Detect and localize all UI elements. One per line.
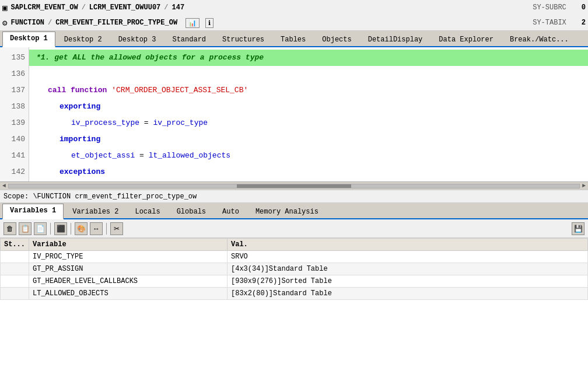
line-num-141: 141 — [0, 148, 29, 164]
code-line-137: call function 'CRM_ORDER_OBJECT_ASSI_SEL… — [29, 82, 588, 99]
tab-standard[interactable]: Standard — [164, 33, 214, 46]
line-num-135: 135 — [0, 50, 29, 66]
code-line-135: *1. get ALL the allowed objects for a pr… — [29, 50, 588, 66]
row3-variable: GT_HEADER_LEVEL_CALLBACKS — [29, 275, 228, 288]
tab-locals[interactable]: Locals — [127, 205, 167, 218]
row1-value: SRVO — [228, 251, 588, 263]
variables-toolbar: 🗑 📋 📄 ⬛ 🎨 ↔ ✂ 💾 — [0, 219, 588, 238]
line-number: 147 — [172, 4, 184, 12]
tab-dataexplorer[interactable]: Data Explorer — [431, 33, 501, 46]
sy-tabix-label: SY-TABIX — [533, 19, 566, 27]
function-label: FUNCTION — [10, 19, 44, 27]
kw-importing: importing — [60, 135, 100, 144]
prog-icon: ▣ — [2, 3, 7, 13]
tab-variables1[interactable]: Variables 1 — [2, 204, 64, 219]
tab-memory-analysis[interactable]: Memory Analysis — [248, 205, 326, 218]
tab-desktop1[interactable]: Desktop 1 — [2, 32, 55, 47]
tab-tables[interactable]: Tables — [273, 33, 313, 46]
code-text-135: *1. get ALL the allowed objects for a pr… — [36, 53, 264, 62]
line-num-139: 139 — [0, 115, 29, 131]
scroll-left-arrow[interactable]: ◄ — [2, 183, 6, 189]
scroll-track[interactable] — [8, 184, 580, 188]
include-name: LCRM_EVENT_OWUU07 — [89, 4, 160, 12]
tab-auto[interactable]: Auto — [215, 205, 247, 218]
row1-status — [1, 251, 29, 263]
move-button[interactable]: ↔ — [90, 222, 103, 235]
top-row-1: ▣ SAPLCRM_EVENT_OW / LCRM_EVENT_OWUU07 /… — [0, 0, 588, 15]
row4-status — [1, 288, 29, 300]
table-row[interactable]: IV_PROC_TYPE SRVO — [1, 251, 588, 263]
code-lines: *1. get ALL the allowed objects for a pr… — [29, 47, 588, 181]
line-numbers: 135 136 137 138 139 140 141 142 — [0, 47, 29, 181]
tab-desktop2[interactable]: Desktop 2 — [57, 33, 110, 46]
cut-button[interactable]: ✂ — [110, 222, 123, 235]
row2-value: [4x3(34)]Standard Table — [228, 263, 588, 275]
var-iv-process-type: iv_process_type — [71, 118, 139, 127]
table-header-row: St... Variable Val. — [1, 239, 588, 251]
table-row[interactable]: GT_PR_ASSIGN [4x3(34)]Standard Table — [1, 263, 588, 275]
code-line-141: et_object_assi = lt_allowed_objects — [29, 148, 588, 164]
line-num-140: 140 — [0, 131, 29, 148]
display-icon[interactable]: 📊 — [186, 18, 200, 28]
line-num-142: 142 — [0, 164, 29, 180]
tab-detaildisplay[interactable]: DetailDisplay — [360, 33, 430, 46]
row4-variable: LT_ALLOWED_OBJECTS — [29, 288, 228, 300]
code-content: 135 136 137 138 139 140 141 142 *1. get … — [0, 47, 588, 181]
func-sep: / — [48, 19, 52, 27]
sy-tabix-value: 2 — [582, 19, 586, 27]
code-area: 135 136 137 138 139 140 141 142 *1. get … — [0, 47, 588, 190]
gear-icon: ⚙ — [2, 18, 7, 28]
tab-objects[interactable]: Objects — [314, 33, 359, 46]
kw-exceptions: exceptions — [60, 167, 105, 176]
tab-structures[interactable]: Structures — [215, 33, 272, 46]
tab-desktop3[interactable]: Desktop 3 — [111, 33, 164, 46]
line-num-136: 136 — [0, 66, 29, 82]
row2-status — [1, 263, 29, 275]
copy-all-button[interactable]: 📋 — [19, 222, 32, 235]
code-line-140: importing — [29, 131, 588, 148]
variable-table-container: St... Variable Val. IV_PROC_TYPE SRVO GT… — [0, 238, 588, 300]
delete-button[interactable]: 🗑 — [4, 222, 16, 235]
toolbar-sep3 — [106, 223, 107, 235]
info-icon[interactable]: ℹ — [205, 18, 214, 28]
tab-globals[interactable]: Globals — [169, 205, 214, 218]
row3-value: [930x9(276)]Sorted Table — [228, 275, 588, 288]
scroll-right-arrow[interactable]: ► — [582, 183, 586, 189]
bottom-tabs-row: Variables 1 Variables 2 Locals Globals A… — [0, 203, 588, 219]
tab-variables2[interactable]: Variables 2 — [65, 205, 126, 218]
table-row[interactable]: LT_ALLOWED_OBJECTS [83x2(80)]Standard Ta… — [1, 288, 588, 300]
main-container: ▣ SAPLCRM_EVENT_OW / LCRM_EVENT_OWUU07 /… — [0, 0, 588, 388]
main-tabs-row: Desktop 1 Desktop 2 Desktop 3 Standard S… — [0, 31, 588, 47]
top-bar: ▣ SAPLCRM_EVENT_OW / LCRM_EVENT_OWUU07 /… — [0, 0, 588, 31]
code-scrollbar[interactable]: ◄ ► — [0, 181, 588, 190]
kw-call: call function — [48, 86, 107, 95]
stop-button[interactable]: ⬛ — [54, 222, 67, 235]
var-et-object-assi: et_object_assi — [71, 151, 135, 160]
sy-subrc-label: SY-SUBRC — [533, 4, 566, 12]
export-button[interactable]: 📄 — [34, 222, 47, 235]
bottom-panel: Variables 1 Variables 2 Locals Globals A… — [0, 203, 588, 388]
row2-variable: GT_PR_ASSIGN — [29, 263, 228, 275]
row3-status — [1, 275, 29, 288]
toolbar-sep2 — [71, 223, 71, 235]
function-name: CRM_EVENT_FILTER_PROC_TYPE_OW — [55, 19, 177, 27]
code-line-142: exceptions — [29, 164, 588, 180]
variable-table: St... Variable Val. IV_PROC_TYPE SRVO GT… — [0, 238, 588, 300]
var-iv-proc-type: iv_proc_type — [153, 118, 208, 127]
str-funcname: 'CRM_ORDER_OBJECT_ASSI_SEL_CB' — [111, 86, 248, 95]
toolbar-right: 💾 — [572, 222, 584, 235]
sy-subrc-value: 0 — [582, 4, 586, 12]
scroll-thumb[interactable] — [237, 184, 351, 188]
col-header-value: Val. — [228, 239, 588, 251]
scope-bar: Scope: \FUNCTION crm_event_filter_proc_t… — [0, 190, 588, 203]
color-button[interactable]: 🎨 — [75, 222, 88, 235]
col-header-status: St... — [1, 239, 29, 251]
toolbar-sep1 — [50, 223, 51, 235]
code-line-138: exporting — [29, 99, 588, 115]
table-row[interactable]: GT_HEADER_LEVEL_CALLBACKS [930x9(276)]So… — [1, 275, 588, 288]
line-num-137: 137 — [0, 82, 29, 99]
scope-text: Scope: \FUNCTION crm_event_filter_proc_t… — [4, 193, 197, 201]
tab-break[interactable]: Break./Watc... — [502, 33, 576, 46]
top-row-2: ⚙ FUNCTION / CRM_EVENT_FILTER_PROC_TYPE_… — [0, 15, 588, 30]
save-button[interactable]: 💾 — [572, 222, 584, 235]
